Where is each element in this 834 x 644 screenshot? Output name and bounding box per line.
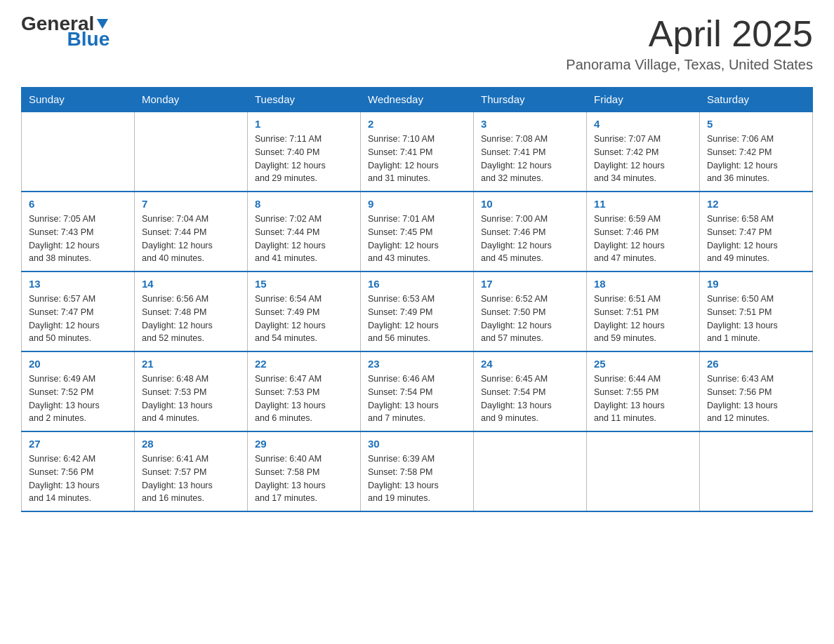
calendar-cell: 7Sunrise: 7:04 AM Sunset: 7:44 PM Daylig…: [135, 192, 248, 271]
calendar-cell: 20Sunrise: 6:49 AM Sunset: 7:52 PM Dayli…: [22, 351, 135, 431]
day-info: Sunrise: 6:47 AM Sunset: 7:53 PM Dayligh…: [255, 373, 353, 425]
calendar-cell: [587, 431, 700, 511]
calendar-day-header: Tuesday: [248, 88, 361, 112]
day-info: Sunrise: 6:45 AM Sunset: 7:54 PM Dayligh…: [481, 373, 579, 425]
day-info: Sunrise: 6:49 AM Sunset: 7:52 PM Dayligh…: [29, 373, 127, 425]
day-number: 28: [142, 438, 240, 450]
calendar-cell: [474, 431, 587, 511]
day-number: 27: [29, 438, 127, 450]
day-number: 10: [481, 198, 579, 210]
calendar-cell: [700, 431, 813, 511]
day-number: 9: [368, 198, 466, 210]
calendar-cell: 8Sunrise: 7:02 AM Sunset: 7:44 PM Daylig…: [248, 192, 361, 271]
day-info: Sunrise: 6:56 AM Sunset: 7:48 PM Dayligh…: [142, 293, 240, 345]
calendar-day-header: Sunday: [22, 88, 135, 112]
calendar-cell: 13Sunrise: 6:57 AM Sunset: 7:47 PM Dayli…: [22, 271, 135, 351]
day-number: 24: [481, 358, 579, 370]
day-number: 6: [29, 198, 127, 210]
day-info: Sunrise: 6:43 AM Sunset: 7:56 PM Dayligh…: [707, 373, 805, 425]
day-number: 29: [255, 438, 353, 450]
day-number: 4: [594, 118, 692, 130]
calendar-cell: 3Sunrise: 7:08 AM Sunset: 7:41 PM Daylig…: [474, 112, 587, 192]
day-number: 17: [481, 278, 579, 290]
location-text: Panorama Village, Texas, United States: [566, 57, 813, 73]
month-title: April 2025: [566, 14, 813, 54]
day-info: Sunrise: 6:53 AM Sunset: 7:49 PM Dayligh…: [368, 293, 466, 345]
day-number: 2: [368, 118, 466, 130]
calendar-cell: 21Sunrise: 6:48 AM Sunset: 7:53 PM Dayli…: [135, 351, 248, 431]
day-info: Sunrise: 7:04 AM Sunset: 7:44 PM Dayligh…: [142, 213, 240, 265]
calendar-cell: [135, 112, 248, 192]
day-info: Sunrise: 6:54 AM Sunset: 7:49 PM Dayligh…: [255, 293, 353, 345]
calendar-cell: 5Sunrise: 7:06 AM Sunset: 7:42 PM Daylig…: [700, 112, 813, 192]
calendar-week-row: 20Sunrise: 6:49 AM Sunset: 7:52 PM Dayli…: [22, 351, 813, 431]
day-info: Sunrise: 6:59 AM Sunset: 7:46 PM Dayligh…: [594, 213, 692, 265]
calendar-cell: 2Sunrise: 7:10 AM Sunset: 7:41 PM Daylig…: [361, 112, 474, 192]
calendar-cell: 23Sunrise: 6:46 AM Sunset: 7:54 PM Dayli…: [361, 351, 474, 431]
day-info: Sunrise: 6:51 AM Sunset: 7:51 PM Dayligh…: [594, 293, 692, 345]
svg-marker-0: [97, 19, 108, 29]
calendar-week-row: 13Sunrise: 6:57 AM Sunset: 7:47 PM Dayli…: [22, 271, 813, 351]
day-number: 30: [368, 438, 466, 450]
calendar-cell: 29Sunrise: 6:40 AM Sunset: 7:58 PM Dayli…: [248, 431, 361, 511]
day-info: Sunrise: 6:48 AM Sunset: 7:53 PM Dayligh…: [142, 373, 240, 425]
calendar-cell: 27Sunrise: 6:42 AM Sunset: 7:56 PM Dayli…: [22, 431, 135, 511]
day-number: 1: [255, 118, 353, 130]
day-number: 7: [142, 198, 240, 210]
calendar-day-header: Wednesday: [361, 88, 474, 112]
day-number: 20: [29, 358, 127, 370]
calendar-week-row: 27Sunrise: 6:42 AM Sunset: 7:56 PM Dayli…: [22, 431, 813, 511]
day-info: Sunrise: 7:08 AM Sunset: 7:41 PM Dayligh…: [481, 133, 579, 185]
title-section: April 2025 Panorama Village, Texas, Unit…: [566, 14, 813, 73]
calendar-header-row: SundayMondayTuesdayWednesdayThursdayFrid…: [22, 88, 813, 112]
calendar-cell: 22Sunrise: 6:47 AM Sunset: 7:53 PM Dayli…: [248, 351, 361, 431]
calendar-week-row: 6Sunrise: 7:05 AM Sunset: 7:43 PM Daylig…: [22, 192, 813, 271]
day-number: 13: [29, 278, 127, 290]
day-info: Sunrise: 6:41 AM Sunset: 7:57 PM Dayligh…: [142, 452, 240, 505]
page-header: General Blue April 2025 Panorama Village…: [21, 14, 813, 73]
day-info: Sunrise: 7:01 AM Sunset: 7:45 PM Dayligh…: [368, 213, 466, 265]
day-info: Sunrise: 7:10 AM Sunset: 7:41 PM Dayligh…: [368, 133, 466, 185]
day-info: Sunrise: 7:00 AM Sunset: 7:46 PM Dayligh…: [481, 213, 579, 265]
day-number: 18: [594, 278, 692, 290]
calendar-table: SundayMondayTuesdayWednesdayThursdayFrid…: [21, 87, 813, 512]
day-number: 19: [707, 278, 805, 290]
calendar-cell: 9Sunrise: 7:01 AM Sunset: 7:45 PM Daylig…: [361, 192, 474, 271]
day-number: 15: [255, 278, 353, 290]
day-info: Sunrise: 6:52 AM Sunset: 7:50 PM Dayligh…: [481, 293, 579, 345]
calendar-cell: 4Sunrise: 7:07 AM Sunset: 7:42 PM Daylig…: [587, 112, 700, 192]
day-info: Sunrise: 7:06 AM Sunset: 7:42 PM Dayligh…: [707, 133, 805, 185]
day-number: 5: [707, 118, 805, 130]
calendar-day-header: Monday: [135, 88, 248, 112]
calendar-cell: 16Sunrise: 6:53 AM Sunset: 7:49 PM Dayli…: [361, 271, 474, 351]
day-info: Sunrise: 6:50 AM Sunset: 7:51 PM Dayligh…: [707, 293, 805, 345]
day-number: 16: [368, 278, 466, 290]
calendar-cell: 25Sunrise: 6:44 AM Sunset: 7:55 PM Dayli…: [587, 351, 700, 431]
calendar-cell: [22, 112, 135, 192]
day-number: 26: [707, 358, 805, 370]
day-info: Sunrise: 6:44 AM Sunset: 7:55 PM Dayligh…: [594, 373, 692, 425]
day-number: 12: [707, 198, 805, 210]
calendar-day-header: Saturday: [700, 88, 813, 112]
calendar-cell: 12Sunrise: 6:58 AM Sunset: 7:47 PM Dayli…: [700, 192, 813, 271]
day-info: Sunrise: 6:39 AM Sunset: 7:58 PM Dayligh…: [368, 452, 466, 505]
day-info: Sunrise: 7:05 AM Sunset: 7:43 PM Dayligh…: [29, 213, 127, 265]
calendar-cell: 18Sunrise: 6:51 AM Sunset: 7:51 PM Dayli…: [587, 271, 700, 351]
day-number: 11: [594, 198, 692, 210]
calendar-cell: 19Sunrise: 6:50 AM Sunset: 7:51 PM Dayli…: [700, 271, 813, 351]
calendar-day-header: Thursday: [474, 88, 587, 112]
calendar-cell: 11Sunrise: 6:59 AM Sunset: 7:46 PM Dayli…: [587, 192, 700, 271]
day-number: 3: [481, 118, 579, 130]
calendar-cell: 26Sunrise: 6:43 AM Sunset: 7:56 PM Dayli…: [700, 351, 813, 431]
calendar-week-row: 1Sunrise: 7:11 AM Sunset: 7:40 PM Daylig…: [22, 112, 813, 192]
logo-blue-text: Blue: [67, 29, 110, 49]
day-info: Sunrise: 7:02 AM Sunset: 7:44 PM Dayligh…: [255, 213, 353, 265]
day-info: Sunrise: 6:42 AM Sunset: 7:56 PM Dayligh…: [29, 452, 127, 505]
calendar-cell: 1Sunrise: 7:11 AM Sunset: 7:40 PM Daylig…: [248, 112, 361, 192]
day-info: Sunrise: 6:46 AM Sunset: 7:54 PM Dayligh…: [368, 373, 466, 425]
day-number: 14: [142, 278, 240, 290]
calendar-cell: 15Sunrise: 6:54 AM Sunset: 7:49 PM Dayli…: [248, 271, 361, 351]
calendar-cell: 10Sunrise: 7:00 AM Sunset: 7:46 PM Dayli…: [474, 192, 587, 271]
calendar-cell: 30Sunrise: 6:39 AM Sunset: 7:58 PM Dayli…: [361, 431, 474, 511]
calendar-cell: 28Sunrise: 6:41 AM Sunset: 7:57 PM Dayli…: [135, 431, 248, 511]
